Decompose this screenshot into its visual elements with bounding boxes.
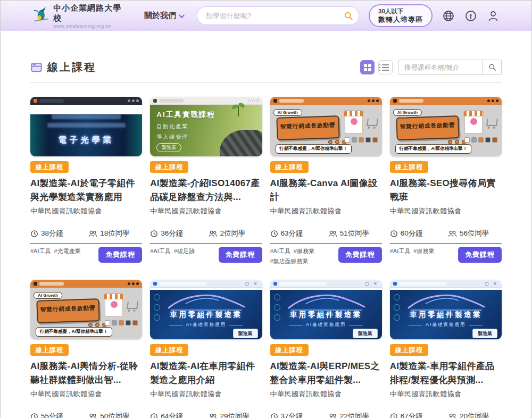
- user-icon[interactable]: [487, 10, 500, 22]
- course-tag: #碳足跡: [174, 247, 195, 256]
- thumb-title: 電子光學業: [30, 135, 142, 145]
- thumb-bubble-label: AI Growth: [34, 292, 62, 299]
- thumb-banner-text: 智慧行銷成長啟動營: [40, 304, 96, 314]
- duration-value: 60分鐘: [401, 229, 423, 238]
- course-title[interactable]: AI製造業-AI與ERP/MES之整合於車用零組件製...: [270, 360, 382, 387]
- course-thumbnail[interactable]: AI工具實戰課程 自動化產業 導入碳管理 製造業: [150, 97, 262, 156]
- course-tag: #AI工具: [150, 247, 171, 256]
- course-thumbnail[interactable]: AI Growth 智慧行銷成長啟動營 行銷不靠感覺，AI幫你精準出擊！: [270, 97, 382, 156]
- duration-value: 36分鐘: [161, 229, 183, 238]
- digital-transform-cta-button[interactable]: 30人以下 數轉人培專區: [369, 4, 433, 27]
- thumb-subtitle: AI基礎實務應用: [270, 322, 382, 328]
- card-divider: [270, 243, 382, 244]
- brand-title: 中小企業網路大學校: [53, 3, 128, 23]
- course-title[interactable]: AI服務業-SEO搜尋佈局實戰班: [390, 177, 502, 204]
- bird-logo-icon: [31, 6, 50, 26]
- course-card[interactable]: ▢ ✕ 車用零組件製造業 AI基礎實務應用 製造業 線上課程 AI製造業-AI在…: [150, 280, 262, 418]
- course-meta: 38分鐘 18位同學: [30, 229, 142, 238]
- course-search-button[interactable]: [483, 60, 502, 75]
- free-course-button[interactable]: 免費課程: [98, 247, 142, 263]
- color-swatches: [464, 137, 497, 143]
- shop-illustration: [105, 293, 123, 316]
- duration-value: 64分鐘: [161, 412, 183, 418]
- search-icon[interactable]: [344, 11, 353, 21]
- free-course-button[interactable]: 免費課程: [338, 247, 382, 263]
- course-students: 29位同學: [209, 412, 250, 418]
- free-course-button[interactable]: 免費課程: [458, 247, 502, 263]
- thumb-text: 自動化產業: [156, 123, 262, 130]
- course-students: 51位同學: [328, 229, 370, 238]
- window-controls-icon: ▢ ✕: [365, 281, 378, 286]
- card-divider: [390, 243, 502, 244]
- main-content: 線上課程: [1, 31, 531, 418]
- course-thumbnail[interactable]: 電子光學業: [30, 97, 142, 156]
- course-duration: 63分鐘: [270, 229, 328, 238]
- students-icon: [448, 413, 457, 418]
- course-title[interactable]: AI製造業-AI在車用零組件製造之應用介紹: [150, 360, 262, 387]
- thumb-subtitle: AI基礎實務應用: [150, 322, 262, 328]
- list-view-button[interactable]: [378, 60, 393, 74]
- course-card[interactable]: ▢ ✕ 車用零組件製造業 AI基礎實務應用 製造業 線上課程 AI製造業-車用零…: [390, 280, 502, 418]
- course-title[interactable]: AI製造業-車用零組件產品排程/製程優化與預測...: [390, 360, 502, 387]
- header-search-input[interactable]: [206, 12, 344, 20]
- course-thumbnail[interactable]: AI Growth 智慧行銷成長啟動營 行銷不靠感覺，AI幫你精準出擊！: [30, 280, 142, 339]
- glow-text-line: [52, 114, 121, 119]
- grid-view-button[interactable]: [360, 60, 375, 74]
- side-icons: [154, 294, 160, 321]
- course-provider: 中華民國資訊軟體協會: [270, 206, 382, 216]
- course-provider: 中華民國資訊軟體協會: [150, 389, 262, 399]
- course-title[interactable]: AI製造業-AI於電子零組件與光學製造業實務應用: [30, 177, 142, 204]
- globe-icon[interactable]: [442, 10, 455, 22]
- course-tags: #AI工具#服務業#無店面服務業: [270, 247, 337, 266]
- course-students: 20位同學: [448, 412, 489, 418]
- course-tags: #AI工具#服務業: [390, 247, 435, 256]
- decoration-dots: [328, 140, 346, 144]
- free-course-button[interactable]: 免費課程: [219, 247, 262, 263]
- cta-line2: 數轉人培專區: [378, 15, 423, 24]
- students-value: 29位同學: [220, 412, 250, 418]
- course-card[interactable]: AI Growth 智慧行銷成長啟動營 行銷不靠感覺，AI幫你精準出擊！ 線上課…: [30, 280, 142, 418]
- course-card[interactable]: AI Growth 智慧行銷成長啟動營 行銷不靠感覺，AI幫你精準出擊！ 線上課…: [270, 97, 382, 266]
- course-duration: 60分鐘: [390, 229, 448, 238]
- course-card[interactable]: AI Growth 智慧行銷成長啟動營 行銷不靠感覺，AI幫你精準出擊！ 線上課…: [390, 97, 502, 266]
- thumb-badge: 製造業: [353, 329, 378, 338]
- students-value: 18位同學: [100, 229, 130, 238]
- facebook-icon[interactable]: f: [464, 10, 477, 22]
- cta-line1: 30人以下: [378, 7, 423, 15]
- duration-value: 38分鐘: [41, 229, 63, 238]
- course-meta: 64分鐘 29位同學: [150, 412, 262, 418]
- course-meta: 55分鐘 50位同學: [30, 412, 142, 418]
- grid-view-icon: [364, 64, 371, 71]
- sprout-illustration: [238, 106, 239, 116]
- svg-text:f: f: [470, 12, 472, 20]
- thumb-title: 車用零組件製造業: [390, 310, 502, 320]
- course-thumbnail[interactable]: ▢ ✕ 車用零組件製造業 AI基礎實務應用 製造業: [390, 280, 502, 339]
- course-card[interactable]: AI工具實戰課程 自動化產業 導入碳管理 製造業 線上課程 AI製造業-介紹IS…: [150, 97, 262, 266]
- course-title[interactable]: AI服務業-AI輿情分析-從聆聽社群媒體到做出智...: [30, 360, 142, 387]
- students-icon: [209, 230, 218, 237]
- thumb-title: AI工具實戰課程: [156, 110, 262, 120]
- course-type-badge: 線上課程: [390, 161, 428, 173]
- course-thumbnail[interactable]: ▢ ✕ 車用零組件製造業 AI基礎實務應用 製造業: [150, 280, 262, 339]
- thumb-banner-text: 智慧行銷成長啟動營: [280, 121, 335, 131]
- header: 中小企業網路大學校 www.smelearning.org.tw 關於我們 30…: [1, 1, 531, 31]
- decoration-dots: [448, 140, 466, 144]
- course-type-badge: 線上課程: [150, 161, 188, 173]
- course-card[interactable]: ▢ ✕ 車用零組件製造業 AI基礎實務應用 製造業 線上課程 AI製造業-AI與…: [270, 280, 382, 418]
- course-title[interactable]: AI製造業-介紹ISO14067產品碳足跡盤查方法與...: [150, 177, 262, 204]
- course-tag: #AI工具: [30, 247, 51, 256]
- course-tag: #AI工具: [390, 247, 411, 256]
- course-card[interactable]: 電子光學業 線上課程 AI製造業-AI於電子零組件與光學製造業實務應用 中華民國…: [30, 97, 142, 266]
- nav-about-us[interactable]: 關於我們: [144, 11, 183, 21]
- course-thumbnail[interactable]: ▢ ✕ 車用零組件製造業 AI基礎實務應用 製造業: [270, 280, 382, 339]
- course-search-input[interactable]: [398, 60, 483, 75]
- cart-illustration: [367, 119, 378, 126]
- cart-illustration: [127, 302, 138, 309]
- students-icon: [448, 230, 457, 237]
- course-duration: 38分鐘: [30, 229, 88, 238]
- course-type-badge: 線上課程: [390, 344, 428, 356]
- side-icons: [274, 294, 280, 321]
- site-logo[interactable]: 中小企業網路大學校 www.smelearning.org.tw: [31, 3, 128, 29]
- course-title[interactable]: AI服務業-Canva AI圖像設計: [270, 177, 382, 204]
- course-thumbnail[interactable]: AI Growth 智慧行銷成長啟動營 行銷不靠感覺，AI幫你精準出擊！: [390, 97, 502, 156]
